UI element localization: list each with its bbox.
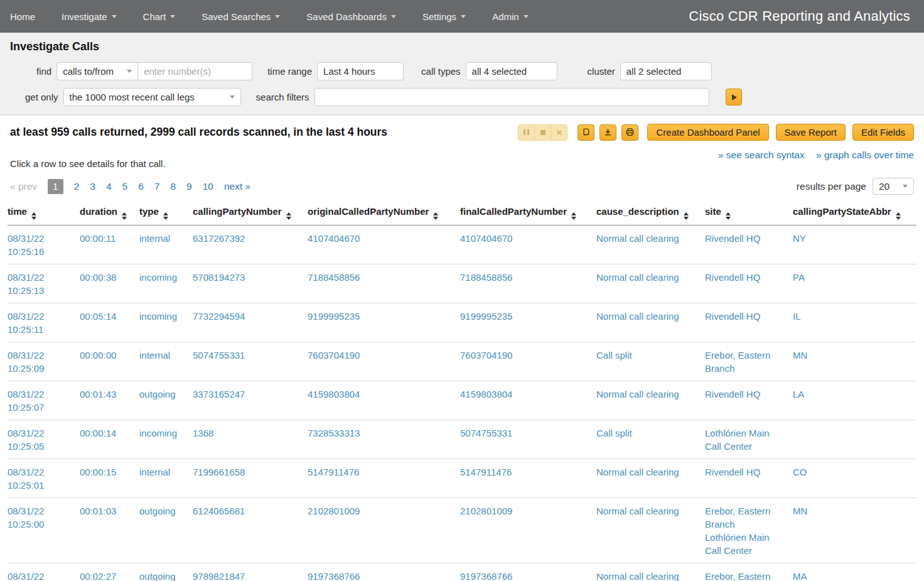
page-link-7[interactable]: 7 — [154, 181, 160, 192]
cell-callingPartyNumber: 1368 — [193, 420, 308, 459]
cell-cause_description: Normal call clearing — [596, 459, 705, 498]
column-header-label: site — [705, 206, 721, 217]
cell-callingPartyNumber: 5074755331 — [193, 342, 308, 381]
run-search-button[interactable] — [726, 89, 742, 106]
find-select[interactable]: calls to/from — [56, 62, 138, 80]
column-header-label: finalCalledPartyNumber — [460, 206, 567, 217]
export-button[interactable] — [578, 124, 594, 141]
column-header-type[interactable]: type — [139, 202, 193, 225]
cell-callingPartyNumber: 3373165247 — [193, 381, 308, 420]
stop-button — [534, 124, 551, 141]
sort-icon — [726, 212, 731, 220]
cluster-input[interactable] — [620, 62, 712, 80]
page-link-9[interactable]: 9 — [186, 181, 192, 192]
cell-finalCalledPartyNumber: 7603704190 — [460, 342, 596, 381]
nav-item-saved-searches[interactable]: Saved Searches — [201, 11, 280, 22]
stop-icon — [540, 130, 545, 135]
pause-button — [518, 124, 535, 141]
cell-cause_description: Call split — [596, 342, 705, 381]
next-page-button[interactable]: next » — [224, 181, 250, 192]
cell-duration: 00:00:14 — [80, 420, 139, 459]
column-header-callingPartyStateAbbr[interactable]: callingPartyStateAbbr — [793, 202, 916, 225]
results-per-page-label: results per page — [797, 181, 866, 192]
table-row[interactable]: 08/31/2210:25:0700:01:43outgoing33731652… — [8, 381, 916, 420]
chevron-down-icon — [524, 15, 529, 18]
results-per-page-value: 20 — [879, 181, 889, 192]
cell-cause_description: Normal call clearing — [596, 381, 705, 420]
nav-item-investigate[interactable]: Investigate — [62, 11, 117, 22]
print-icon — [625, 128, 635, 137]
table-row[interactable]: 08/31/2210:25:0500:00:14incoming13687328… — [8, 420, 916, 459]
cell-callingPartyStateAbbr: MN — [793, 498, 916, 563]
sort-icon — [163, 212, 168, 220]
search-filters-input[interactable] — [314, 88, 709, 106]
results-per-page-select[interactable]: 20 — [873, 178, 914, 195]
cell-callingPartyStateAbbr: CO — [793, 459, 916, 498]
meta-row: Click a row to see details for that call… — [0, 147, 924, 169]
table-row[interactable]: 08/31/2210:25:0900:00:00internal50747553… — [8, 342, 916, 381]
table-row[interactable]: 08/31/2210:25:1300:00:38incoming57081942… — [8, 264, 916, 303]
page-link-2[interactable]: 2 — [74, 181, 80, 192]
cell-cause_description: Call split — [596, 420, 705, 459]
call-types-input[interactable] — [466, 62, 557, 80]
cell-finalCalledPartyNumber: 9197368766 — [460, 563, 596, 581]
table-row[interactable]: 08/31/2210:25:1600:00:11internal63172673… — [8, 225, 916, 264]
save-report-button[interactable]: Save Report — [776, 124, 846, 141]
column-header-callingPartyNumber[interactable]: callingPartyNumber — [193, 202, 308, 225]
get-only-select[interactable]: the 1000 most recent call legs — [63, 88, 241, 106]
page-link-3[interactable]: 3 — [90, 181, 95, 192]
nav-item-label: Home — [10, 11, 35, 22]
column-header-cause_description[interactable]: cause_description — [596, 202, 705, 225]
column-header-label: callingPartyStateAbbr — [793, 206, 891, 217]
cell-time: 08/31/2210:25:00 — [8, 498, 80, 563]
table-row[interactable]: 08/31/2210:25:0000:01:03outgoing61240656… — [8, 498, 916, 563]
page-link-8[interactable]: 8 — [170, 181, 176, 192]
time-range-input[interactable] — [317, 62, 404, 80]
cell-duration: 00:01:03 — [80, 498, 139, 563]
column-header-time[interactable]: time — [8, 202, 80, 225]
graph-calls-over-time-link[interactable]: » graph calls over time — [816, 149, 914, 160]
column-header-duration[interactable]: duration — [80, 202, 139, 225]
nav-item-admin[interactable]: Admin — [492, 11, 529, 22]
find-select-value: calls to/from — [63, 66, 114, 77]
cell-cause_description: Normal call clearing — [596, 563, 705, 581]
cell-type: internal — [139, 342, 193, 381]
cell-originalCalledPartyNumber: 9197368766 — [308, 563, 460, 581]
page-link-4[interactable]: 4 — [106, 181, 112, 192]
print-button[interactable] — [621, 124, 638, 141]
page-link-6[interactable]: 6 — [138, 181, 144, 192]
table-row[interactable]: 08/31/2210:25:0100:00:15internal71996616… — [8, 459, 916, 498]
create-dashboard-panel-button[interactable]: Create Dashboard Panel — [647, 124, 768, 141]
nav-item-label: Saved Searches — [201, 11, 271, 22]
sort-icon — [433, 212, 438, 220]
app-title: Cisco CDR Reporting and Analytics — [689, 8, 910, 24]
cell-callingPartyNumber: 9789821847 — [193, 563, 308, 581]
cell-type: outgoing — [139, 498, 193, 563]
column-header-originalCalledPartyNumber[interactable]: originalCalledPartyNumber — [308, 202, 460, 225]
see-search-syntax-link[interactable]: » see search syntax — [718, 149, 805, 160]
download-button[interactable] — [599, 124, 616, 141]
sort-icon — [286, 212, 291, 220]
page-title: Investigate Calls — [10, 40, 914, 53]
column-header-finalCalledPartyNumber[interactable]: finalCalledPartyNumber — [460, 202, 596, 225]
cell-time: 08/31/2210:24:57 — [8, 563, 80, 581]
nav-item-saved-dashboards[interactable]: Saved Dashboards — [306, 11, 396, 22]
nav-item-home[interactable]: Home — [10, 11, 35, 22]
cell-finalCalledPartyNumber: 9199995235 — [460, 303, 596, 342]
chevron-down-icon — [461, 15, 466, 18]
page-link-5[interactable]: 5 — [122, 181, 128, 192]
page-link-10[interactable]: 10 — [203, 181, 213, 192]
cell-originalCalledPartyNumber: 4159803804 — [308, 381, 460, 420]
column-header-label: cause_description — [596, 206, 679, 217]
table-row[interactable]: 08/31/2210:25:1100:05:14incoming77322945… — [8, 303, 916, 342]
nav-item-chart[interactable]: Chart — [143, 11, 176, 22]
cell-callingPartyNumber: 6317267392 — [193, 225, 308, 264]
pause-icon — [524, 129, 529, 135]
table-row[interactable]: 08/31/2210:24:5700:02:27outgoing97898218… — [8, 563, 916, 581]
edit-fields-button[interactable]: Edit Fields — [852, 124, 914, 141]
chevron-down-icon — [903, 185, 908, 188]
column-header-site[interactable]: site — [705, 202, 793, 225]
nav-item-settings[interactable]: Settings — [422, 11, 466, 22]
cell-duration: 00:01:43 — [80, 381, 139, 420]
number-input[interactable] — [137, 62, 252, 80]
